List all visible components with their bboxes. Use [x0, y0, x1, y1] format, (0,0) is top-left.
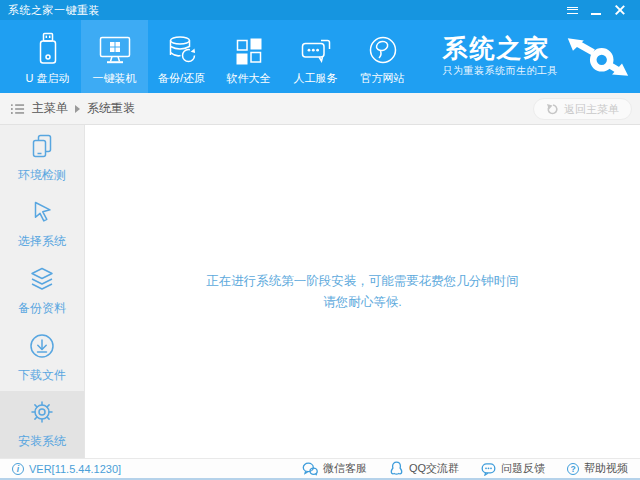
main-panel: 正在进行系统第一阶段安装，可能需要花费您几分钟时间 请您耐心等候.: [85, 125, 640, 458]
close-icon[interactable]: [608, 1, 632, 19]
toolbar-tab-label: 备份/还原: [158, 71, 205, 86]
toolbar-tab-software[interactable]: 软件大全: [215, 20, 282, 93]
sidebar-item-download-files[interactable]: 下载文件: [0, 325, 84, 392]
swoosh-arrows-icon: [564, 35, 630, 79]
content-area: 环境检测 选择系统 备份资料: [0, 125, 640, 458]
list-icon: [10, 102, 25, 116]
toolbar-tab-label: 一键装机: [93, 71, 137, 86]
version-text: VER[11.5.44.1230]: [29, 463, 121, 475]
brand-name: 系统之家: [443, 35, 559, 61]
status-link-label: QQ交流群: [409, 461, 459, 476]
back-to-menu-button[interactable]: 返回主菜单: [533, 98, 632, 120]
toolbar: U 盘启动 一键装机: [0, 20, 640, 93]
sidebar-item-label: 环境检测: [18, 167, 66, 184]
toolbar-tab-label: 官方网站: [361, 71, 405, 86]
info-icon: [12, 463, 24, 475]
brand-tagline: 只为重装系统而生的工具: [443, 64, 559, 78]
status-link-label: 微信客服: [323, 461, 367, 476]
feedback-link[interactable]: 问题反馈: [481, 461, 545, 476]
breadcrumb-root[interactable]: 主菜单: [32, 100, 68, 117]
devices-icon: [29, 133, 55, 159]
menu-icon[interactable]: [560, 1, 584, 19]
qq-group-link[interactable]: QQ交流群: [389, 461, 459, 476]
window-controls: [560, 1, 632, 19]
app-window: 系统之家一键重装 U 盘启动: [0, 0, 640, 480]
brand-logo: 系统之家 只为重装系统而生的工具: [443, 20, 631, 93]
gear-icon: [29, 399, 55, 425]
breadcrumb-arrow-icon: [75, 105, 80, 113]
layers-icon: [29, 266, 55, 292]
sidebar-item-label: 选择系统: [18, 233, 66, 250]
status-links: 微信客服 QQ交流群: [302, 461, 628, 476]
toolbar-tab-usb-boot[interactable]: U 盘启动: [14, 20, 81, 93]
help-videos-link[interactable]: 帮助视频: [567, 461, 628, 476]
wechat-icon: [302, 462, 318, 476]
download-icon: [29, 333, 55, 359]
feedback-icon: [481, 462, 496, 476]
brand-text: 系统之家 只为重装系统而生的工具: [443, 35, 559, 78]
toolbar-tab-support[interactable]: 人工服务: [282, 20, 349, 93]
sidebar: 环境检测 选择系统 备份资料: [0, 125, 85, 458]
sidebar-item-label: 安装系统: [18, 433, 66, 450]
qq-icon: [389, 461, 404, 476]
statusbar: VER[11.5.44.1230] 微信客服: [0, 458, 640, 480]
install-status-message-line2: 请您耐心等候.: [323, 292, 401, 313]
status-link-label: 问题反馈: [501, 461, 545, 476]
toolbar-tab-label: U 盘启动: [26, 71, 70, 86]
apps-icon: [235, 29, 263, 65]
back-to-menu-label: 返回主菜单: [564, 102, 619, 117]
sidebar-item-label: 备份资料: [18, 300, 66, 317]
sidebar-item-install-system[interactable]: 安装系统: [0, 391, 84, 458]
toolbar-tab-label: 软件大全: [227, 71, 271, 86]
window-title: 系统之家一键重装: [8, 3, 100, 18]
database-restore-icon: [167, 29, 197, 65]
wechat-support-link[interactable]: 微信客服: [302, 461, 367, 476]
chat-service-icon: [300, 29, 332, 65]
status-link-label: 帮助视频: [584, 461, 628, 476]
toolbar-tab-backup-restore[interactable]: 备份/还原: [148, 20, 215, 93]
toolbar-tab-website[interactable]: 官方网站: [349, 20, 416, 93]
cursor-icon: [29, 199, 55, 225]
minimize-icon[interactable]: [584, 1, 608, 19]
toolbar-tab-one-key-install[interactable]: 一键装机: [81, 20, 148, 93]
version-info: VER[11.5.44.1230]: [12, 463, 121, 475]
help-icon: [567, 463, 579, 475]
breadcrumb: 主菜单 系统重装 返回主菜单: [0, 93, 640, 125]
usb-drive-icon: [36, 29, 60, 65]
titlebar: 系统之家一键重装: [0, 0, 640, 20]
sidebar-item-env-check[interactable]: 环境检测: [0, 125, 84, 192]
undo-arrow-icon: [546, 103, 559, 116]
breadcrumb-current: 系统重装: [87, 100, 135, 117]
install-status-message-line1: 正在进行系统第一阶段安装，可能需要花费您几分钟时间: [206, 271, 519, 292]
sidebar-item-label: 下载文件: [18, 367, 66, 384]
toolbar-tab-label: 人工服务: [294, 71, 338, 86]
sidebar-item-choose-system[interactable]: 选择系统: [0, 192, 84, 259]
monitor-icon: [98, 29, 132, 65]
globe-icon: [368, 29, 398, 65]
sidebar-item-backup-data[interactable]: 备份资料: [0, 258, 84, 325]
